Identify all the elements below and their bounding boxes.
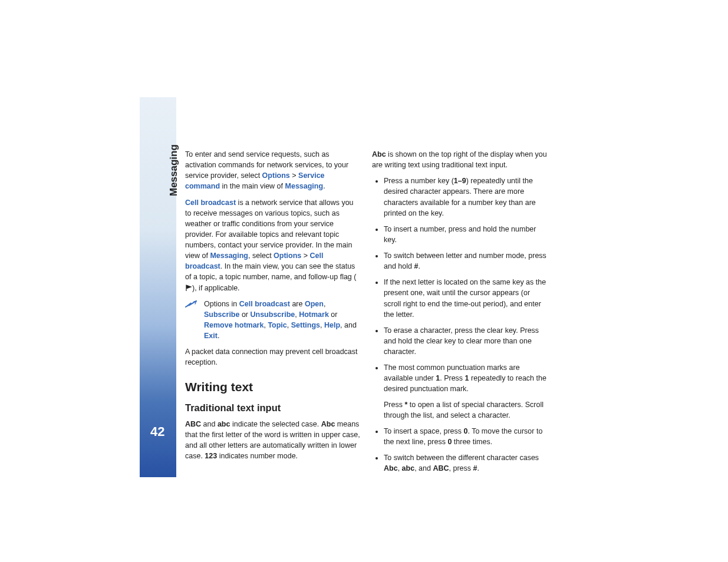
list-item: To switch between letter and number mode…: [384, 250, 548, 272]
list-item: To erase a character, press the clear ke…: [384, 325, 548, 357]
text: three times.: [452, 438, 492, 446]
list-item: Press a number key (1–9) repeatedly unti…: [384, 176, 548, 219]
flag-icon: [185, 284, 192, 292]
tip-options-cell-broadcast: Options in Cell broadcast are Open, Subs…: [185, 299, 361, 342]
bullet-list-input: Press a number key (1–9) repeatedly unti…: [372, 176, 548, 474]
list-item: To insert a space, press 0. To move the …: [384, 426, 548, 447]
text: . Press: [440, 374, 465, 382]
list-item: To insert a number, press and hold the n…: [384, 224, 548, 245]
tip-text: Options in Cell broadcast are Open, Subs…: [204, 299, 361, 342]
text: ,: [398, 464, 402, 472]
text: >: [301, 252, 309, 260]
text: ), if applicable.: [192, 284, 240, 292]
label-abc: abc: [402, 464, 415, 472]
paragraph-packet-data: A packet data connection may prevent cel…: [185, 346, 361, 368]
text: ,: [287, 321, 291, 329]
text: , select: [248, 252, 274, 260]
text: To switch between the different characte…: [384, 454, 539, 462]
list-item: If the next letter is located on the sam…: [384, 277, 548, 320]
link-options[interactable]: Options: [262, 171, 290, 180]
heading-traditional-input: Traditional text input: [185, 401, 361, 415]
text: indicate the selected case.: [230, 420, 321, 428]
label-Abc: Abc: [372, 150, 386, 158]
text: or: [329, 310, 338, 319]
text: , press: [449, 464, 473, 472]
text: ,: [320, 321, 324, 329]
page-content: To enter and send service requests, such…: [185, 149, 548, 474]
label-Abc: Abc: [384, 464, 398, 472]
text: or: [239, 310, 250, 319]
sub-note-special-chars: Press * to open a list of special charac…: [384, 399, 548, 421]
paragraph-cell-broadcast: Cell broadcast is a network service that…: [185, 197, 361, 293]
link-exit[interactable]: Exit: [204, 332, 218, 340]
heading-writing-text: Writing text: [185, 378, 361, 396]
text: ,: [324, 300, 325, 308]
link-settings[interactable]: Settings: [291, 321, 320, 329]
text: in the main view of: [220, 182, 285, 190]
link-topic[interactable]: Topic: [268, 321, 286, 329]
page-number: 42: [150, 424, 164, 439]
link-cell-broadcast[interactable]: Cell broadcast: [239, 300, 290, 308]
text: >: [290, 171, 298, 180]
link-options[interactable]: Options: [274, 252, 301, 260]
list-item: To switch between the different characte…: [384, 452, 548, 474]
text: and: [201, 420, 218, 428]
paragraph-case-indicator: ABC and abc indicate the selected case. …: [185, 419, 361, 462]
list-item: The most common punctuation marks are av…: [384, 362, 548, 421]
key-range: 1–9: [454, 177, 466, 185]
text: .: [477, 464, 479, 472]
link-cell-broadcast[interactable]: Cell broadcast: [185, 199, 236, 207]
label-abc: abc: [218, 420, 230, 428]
text: , and: [414, 464, 433, 472]
text: Press: [384, 401, 404, 409]
link-open[interactable]: Open: [305, 300, 324, 308]
text: Options in: [204, 300, 239, 308]
text: .: [323, 182, 325, 190]
label-Abc: Abc: [321, 420, 335, 428]
paragraph-service-requests: To enter and send service requests, such…: [185, 149, 361, 192]
link-messaging[interactable]: Messaging: [210, 252, 248, 260]
text: .: [418, 262, 420, 270]
label-ABC: ABC: [433, 464, 449, 472]
key-1: 1: [465, 374, 469, 382]
link-remove-hotmark[interactable]: Remove hotmark: [204, 321, 263, 329]
paragraph-abc-display: Abc is shown on the top right of the dis…: [372, 149, 548, 170]
tip-icon: [185, 299, 198, 342]
text: , and: [340, 321, 357, 329]
text: is a network service that allows you to …: [185, 199, 354, 260]
link-messaging[interactable]: Messaging: [285, 182, 324, 190]
text: are: [290, 300, 305, 308]
text: is shown on the top right of the display…: [372, 150, 547, 169]
link-unsubscribe[interactable]: Unsubscribe: [251, 310, 295, 319]
link-hotmark[interactable]: Hotmark: [299, 310, 329, 319]
link-subscribe[interactable]: Subscribe: [204, 310, 239, 319]
label-123: 123: [205, 452, 217, 460]
text: to open a list of special characters. Sc…: [384, 401, 543, 419]
text: To switch between letter and number mode…: [384, 252, 546, 270]
text: .: [218, 332, 219, 340]
text: indicates number mode.: [217, 452, 298, 460]
label-ABC: ABC: [185, 420, 201, 428]
text: To insert a space, press: [384, 427, 463, 435]
link-help[interactable]: Help: [324, 321, 340, 329]
section-label: Messaging: [168, 144, 180, 196]
text: Press a number key (: [384, 177, 454, 185]
